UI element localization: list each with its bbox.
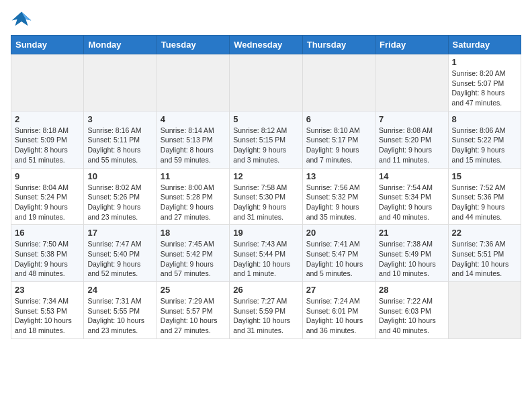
day-info: Sunrise: 7:24 AM Sunset: 6:01 PM Dayligh…: [306, 296, 371, 336]
calendar-cell: 8Sunrise: 8:06 AM Sunset: 5:22 PM Daylig…: [448, 111, 521, 168]
day-info: Sunrise: 8:00 AM Sunset: 5:28 PM Dayligh…: [161, 183, 226, 222]
day-info: Sunrise: 7:36 AM Sunset: 5:51 PM Dayligh…: [452, 239, 517, 279]
day-number: 5: [233, 114, 298, 124]
calendar-cell: 17Sunrise: 7:47 AM Sunset: 5:40 PM Dayli…: [84, 225, 157, 282]
calendar-cell: 10Sunrise: 8:02 AM Sunset: 5:26 PM Dayli…: [84, 168, 157, 225]
day-number: 25: [161, 285, 226, 295]
calendar-cell: 4Sunrise: 8:14 AM Sunset: 5:13 PM Daylig…: [157, 111, 229, 168]
col-header-saturday: Saturday: [448, 36, 521, 54]
col-header-sunday: Sunday: [11, 36, 84, 54]
day-number: 8: [452, 114, 517, 124]
day-info: Sunrise: 7:31 AM Sunset: 5:55 PM Dayligh…: [87, 296, 152, 336]
calendar-week-row: 16Sunrise: 7:50 AM Sunset: 5:38 PM Dayli…: [11, 225, 521, 282]
day-number: 27: [306, 285, 371, 295]
col-header-friday: Friday: [375, 36, 448, 54]
day-number: 24: [87, 285, 152, 295]
calendar-cell: 27Sunrise: 7:24 AM Sunset: 6:01 PM Dayli…: [302, 282, 375, 339]
day-info: Sunrise: 8:18 AM Sunset: 5:09 PM Dayligh…: [15, 126, 80, 165]
calendar-cell: [302, 54, 375, 111]
day-number: 21: [379, 228, 444, 238]
day-info: Sunrise: 8:04 AM Sunset: 5:24 PM Dayligh…: [15, 183, 80, 222]
calendar-cell: [84, 54, 157, 111]
day-info: Sunrise: 7:56 AM Sunset: 5:32 PM Dayligh…: [306, 183, 371, 222]
day-number: 23: [15, 285, 80, 295]
day-info: Sunrise: 8:08 AM Sunset: 5:20 PM Dayligh…: [379, 126, 444, 165]
calendar-cell: 9Sunrise: 8:04 AM Sunset: 5:24 PM Daylig…: [11, 168, 84, 225]
calendar-cell: 25Sunrise: 7:29 AM Sunset: 5:57 PM Dayli…: [157, 282, 229, 339]
day-number: 28: [379, 285, 444, 295]
calendar-cell: 24Sunrise: 7:31 AM Sunset: 5:55 PM Dayli…: [84, 282, 157, 339]
day-number: 26: [233, 285, 298, 295]
day-number: 17: [87, 228, 152, 238]
calendar-cell: 23Sunrise: 7:34 AM Sunset: 5:53 PM Dayli…: [11, 282, 84, 339]
calendar-cell: [11, 54, 84, 111]
calendar-week-row: 23Sunrise: 7:34 AM Sunset: 5:53 PM Dayli…: [11, 282, 521, 339]
calendar-cell: 1Sunrise: 8:20 AM Sunset: 5:07 PM Daylig…: [448, 54, 521, 111]
day-info: Sunrise: 7:47 AM Sunset: 5:40 PM Dayligh…: [87, 239, 152, 279]
calendar-cell: 5Sunrise: 8:12 AM Sunset: 5:15 PM Daylig…: [230, 111, 302, 168]
day-info: Sunrise: 8:02 AM Sunset: 5:26 PM Dayligh…: [87, 183, 152, 222]
day-number: 6: [306, 114, 371, 124]
calendar-cell: 15Sunrise: 7:52 AM Sunset: 5:36 PM Dayli…: [448, 168, 521, 225]
calendar-cell: 21Sunrise: 7:38 AM Sunset: 5:49 PM Dayli…: [375, 225, 448, 282]
page-header: [11, 11, 521, 30]
day-info: Sunrise: 7:43 AM Sunset: 5:44 PM Dayligh…: [233, 239, 298, 279]
day-number: 15: [452, 171, 517, 181]
calendar-week-row: 9Sunrise: 8:04 AM Sunset: 5:24 PM Daylig…: [11, 168, 521, 225]
calendar-cell: [375, 54, 448, 111]
day-number: 14: [379, 171, 444, 181]
calendar-cell: 19Sunrise: 7:43 AM Sunset: 5:44 PM Dayli…: [230, 225, 302, 282]
day-number: 13: [306, 171, 371, 181]
day-number: 18: [161, 228, 226, 238]
day-number: 22: [452, 228, 517, 238]
calendar-cell: [157, 54, 229, 111]
calendar-cell: 13Sunrise: 7:56 AM Sunset: 5:32 PM Dayli…: [302, 168, 375, 225]
calendar-cell: 16Sunrise: 7:50 AM Sunset: 5:38 PM Dayli…: [11, 225, 84, 282]
day-number: 20: [306, 228, 371, 238]
day-info: Sunrise: 8:20 AM Sunset: 5:07 PM Dayligh…: [452, 68, 517, 108]
day-info: Sunrise: 7:50 AM Sunset: 5:38 PM Dayligh…: [15, 239, 80, 279]
day-info: Sunrise: 7:58 AM Sunset: 5:30 PM Dayligh…: [233, 183, 298, 222]
day-info: Sunrise: 7:38 AM Sunset: 5:49 PM Dayligh…: [379, 239, 444, 279]
calendar-cell: 12Sunrise: 7:58 AM Sunset: 5:30 PM Dayli…: [230, 168, 302, 225]
day-info: Sunrise: 7:41 AM Sunset: 5:47 PM Dayligh…: [306, 239, 371, 279]
day-info: Sunrise: 8:10 AM Sunset: 5:17 PM Dayligh…: [306, 126, 371, 165]
col-header-wednesday: Wednesday: [230, 36, 302, 54]
calendar-cell: 14Sunrise: 7:54 AM Sunset: 5:34 PM Dayli…: [375, 168, 448, 225]
calendar-cell: 22Sunrise: 7:36 AM Sunset: 5:51 PM Dayli…: [448, 225, 521, 282]
day-info: Sunrise: 7:54 AM Sunset: 5:34 PM Dayligh…: [379, 183, 444, 222]
col-header-tuesday: Tuesday: [157, 36, 229, 54]
day-info: Sunrise: 7:27 AM Sunset: 5:59 PM Dayligh…: [233, 296, 298, 336]
day-number: 9: [15, 171, 80, 181]
day-number: 11: [161, 171, 226, 181]
calendar-cell: [230, 54, 302, 111]
day-info: Sunrise: 8:12 AM Sunset: 5:15 PM Dayligh…: [233, 126, 298, 165]
calendar-header-row: SundayMondayTuesdayWednesdayThursdayFrid…: [11, 36, 521, 54]
day-number: 4: [161, 114, 226, 124]
calendar-cell: 11Sunrise: 8:00 AM Sunset: 5:28 PM Dayli…: [157, 168, 229, 225]
day-info: Sunrise: 8:16 AM Sunset: 5:11 PM Dayligh…: [87, 126, 152, 165]
calendar-cell: 20Sunrise: 7:41 AM Sunset: 5:47 PM Dayli…: [302, 225, 375, 282]
calendar-cell: [448, 282, 521, 339]
day-info: Sunrise: 7:34 AM Sunset: 5:53 PM Dayligh…: [15, 296, 80, 336]
day-number: 19: [233, 228, 298, 238]
calendar-cell: 2Sunrise: 8:18 AM Sunset: 5:09 PM Daylig…: [11, 111, 84, 168]
day-number: 7: [379, 114, 444, 124]
calendar-week-row: 1Sunrise: 8:20 AM Sunset: 5:07 PM Daylig…: [11, 54, 521, 111]
day-info: Sunrise: 8:06 AM Sunset: 5:22 PM Dayligh…: [452, 126, 517, 165]
calendar-cell: 7Sunrise: 8:08 AM Sunset: 5:20 PM Daylig…: [375, 111, 448, 168]
day-number: 12: [233, 171, 298, 181]
day-number: 10: [87, 171, 152, 181]
col-header-monday: Monday: [84, 36, 157, 54]
day-info: Sunrise: 7:45 AM Sunset: 5:42 PM Dayligh…: [161, 239, 226, 279]
calendar-cell: 3Sunrise: 8:16 AM Sunset: 5:11 PM Daylig…: [84, 111, 157, 168]
logo: [11, 11, 35, 30]
day-number: 16: [15, 228, 80, 238]
day-number: 2: [15, 114, 80, 124]
calendar-cell: 18Sunrise: 7:45 AM Sunset: 5:42 PM Dayli…: [157, 225, 229, 282]
calendar-cell: 28Sunrise: 7:22 AM Sunset: 6:03 PM Dayli…: [375, 282, 448, 339]
day-info: Sunrise: 7:52 AM Sunset: 5:36 PM Dayligh…: [452, 183, 517, 222]
day-info: Sunrise: 7:29 AM Sunset: 5:57 PM Dayligh…: [161, 296, 226, 336]
calendar-cell: 26Sunrise: 7:27 AM Sunset: 5:59 PM Dayli…: [230, 282, 302, 339]
day-number: 3: [87, 114, 152, 124]
